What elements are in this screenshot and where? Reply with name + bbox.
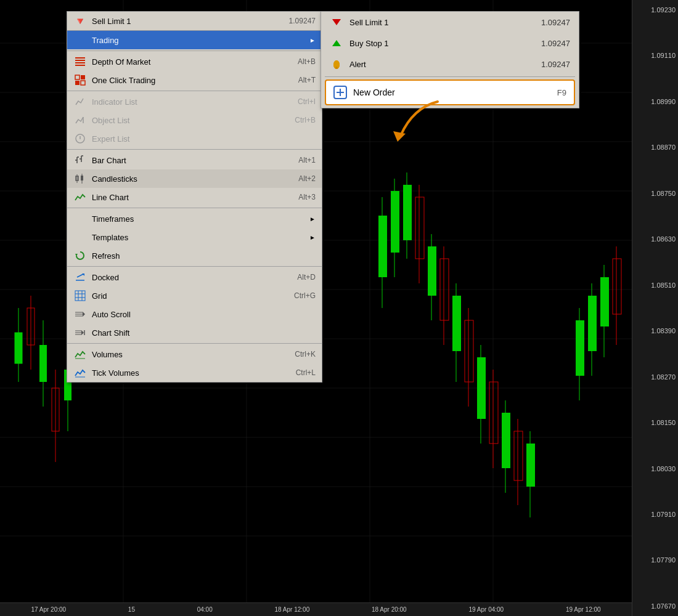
menu-item-line-chart[interactable]: Line Chart Alt+3 (67, 188, 322, 206)
separator-2 (67, 91, 322, 91)
candlesticks-label: Candlesticks (92, 174, 298, 184)
object-list-icon (73, 114, 87, 126)
svg-rect-21 (39, 345, 47, 382)
menu-item-volumes[interactable]: Volumes Ctrl+K (67, 345, 322, 363)
refresh-icon (73, 249, 87, 262)
price-label-8: 1.08390 (635, 327, 676, 334)
menu-item-depth[interactable]: Depth Of Market Alt+B (67, 52, 322, 71)
submenu-buy-stop-price: 1.09247 (541, 39, 570, 48)
menu-item-candlesticks[interactable]: Candlesticks Alt+2 (67, 169, 322, 188)
submenu-buy-stop-icon (330, 36, 343, 50)
line-chart-icon (73, 191, 87, 203)
trading-submenu: Sell Limit 1 1.09247 Buy Stop 1 1.09247 … (321, 11, 579, 108)
menu-item-docked[interactable]: Docked Alt+D (67, 268, 322, 286)
tickvolumes-icon (73, 367, 87, 379)
price-label-6: 1.08630 (635, 235, 676, 243)
svg-rect-61 (75, 60, 85, 61)
object-shortcut: Ctrl+B (295, 116, 316, 124)
menu-item-trading[interactable]: Trading ► (67, 31, 322, 49)
svg-rect-29 (391, 191, 399, 253)
price-label-1: 1.09230 (635, 6, 676, 14)
submenu-sell-limit-label: Sell Limit 1 (349, 18, 535, 27)
svg-rect-63 (75, 65, 85, 66)
menu-item-chartshift[interactable]: Chart Shift (67, 323, 322, 342)
price-label-9: 1.08270 (635, 373, 676, 381)
new-order-item[interactable]: New Order F9 (325, 79, 575, 105)
submenu-buy-stop-label: Buy Stop 1 (349, 39, 535, 48)
volumes-icon (73, 348, 87, 360)
svg-line-81 (77, 274, 83, 277)
menu-item-expert[interactable]: Expert List (67, 129, 322, 148)
candlesticks-shortcut: Alt+2 (298, 174, 316, 183)
grid-shortcut: Ctrl+G (294, 291, 316, 300)
grid-label: Grid (92, 291, 294, 301)
svg-rect-51 (526, 444, 535, 487)
menu-item-tickvolumes[interactable]: Tick Volumes Ctrl+L (67, 363, 322, 382)
sell-limit-label: Sell Limit 1 (92, 17, 289, 26)
oneclick-label: One Click Trading (92, 76, 298, 85)
time-label-1: 17 Apr 20:00 (31, 606, 66, 613)
expert-label: Expert List (92, 134, 316, 144)
svg-rect-17 (15, 333, 22, 363)
sell-limit-price: 1.09247 (289, 17, 316, 25)
time-label-2: 15 (128, 606, 135, 613)
templates-label: Templates (92, 233, 304, 242)
context-menu: 🔻 Sell Limit 1 1.09247 Trading ► Depth O… (67, 11, 322, 383)
price-label-2: 1.09110 (635, 52, 676, 59)
menu-item-oneclick[interactable]: One Click Trading Alt+T (67, 71, 322, 89)
indicator-shortcut: Ctrl+I (298, 97, 316, 106)
svg-point-104 (335, 67, 338, 69)
templates-icon (73, 231, 87, 243)
submenu-item-sell-limit[interactable]: Sell Limit 1 1.09247 (321, 12, 579, 33)
expert-list-icon (73, 132, 87, 145)
svg-rect-39 (452, 296, 461, 351)
indicator-list-icon (73, 95, 87, 108)
menu-item-grid[interactable]: Grid Ctrl+G (67, 286, 322, 305)
submenu-item-buy-stop[interactable]: Buy Stop 1 1.09247 (321, 33, 579, 54)
bar-chart-shortcut: Alt+1 (298, 156, 316, 164)
candlesticks-icon (73, 172, 87, 185)
trading-label: Trading (92, 36, 304, 45)
menu-item-object[interactable]: Object List Ctrl+B (67, 111, 322, 129)
depth-of-market-icon (73, 55, 87, 68)
svg-rect-66 (75, 81, 80, 85)
docked-icon (73, 271, 87, 283)
new-order-shortcut: F9 (557, 88, 566, 97)
price-label-13: 1.07790 (635, 556, 676, 564)
menu-item-timeframes[interactable]: Timeframes ► (67, 209, 322, 228)
separator-5 (67, 266, 322, 267)
separator-3 (67, 149, 322, 150)
sell-limit-icon: 🔻 (73, 15, 87, 27)
menu-item-templates[interactable]: Templates ► (67, 228, 322, 246)
volumes-shortcut: Ctrl+K (295, 350, 316, 359)
svg-rect-43 (477, 357, 486, 419)
submenu-sell-limit-icon (330, 15, 343, 29)
submenu-item-alert[interactable]: Alert 1.09247 (321, 54, 579, 75)
menu-item-sell-limit[interactable]: 🔻 Sell Limit 1 1.09247 (67, 12, 322, 31)
svg-rect-88 (75, 291, 85, 301)
oneclick-trading-icon (73, 74, 87, 86)
refresh-label: Refresh (92, 251, 316, 261)
svg-rect-65 (81, 75, 85, 79)
submenu-alert-price: 1.09247 (541, 60, 570, 69)
menu-item-indicator[interactable]: Indicator List Ctrl+I (67, 92, 322, 111)
svg-rect-67 (81, 81, 85, 85)
price-label-12: 1.07910 (635, 511, 676, 518)
grid-icon (73, 290, 87, 302)
volumes-label: Volumes (92, 350, 295, 359)
separator-6 (67, 343, 322, 344)
new-order-icon (333, 86, 347, 99)
svg-marker-100 (332, 19, 341, 25)
menu-item-bar-chart[interactable]: Bar Chart Alt+1 (67, 151, 322, 169)
time-label-6: 19 Apr 04:00 (468, 606, 504, 613)
submenu-alert-icon (330, 57, 343, 71)
tickvolumes-label: Tick Volumes (92, 368, 296, 378)
menu-item-refresh[interactable]: Refresh (67, 246, 322, 265)
svg-marker-96 (81, 330, 84, 335)
time-label-3: 04:00 (197, 606, 213, 613)
menu-item-autoscroll[interactable]: Auto Scroll (67, 305, 322, 323)
price-label-3: 1.08990 (635, 98, 676, 105)
autoscroll-icon (73, 308, 87, 320)
svg-rect-55 (588, 296, 597, 351)
templates-arrow-icon: ► (309, 234, 316, 241)
